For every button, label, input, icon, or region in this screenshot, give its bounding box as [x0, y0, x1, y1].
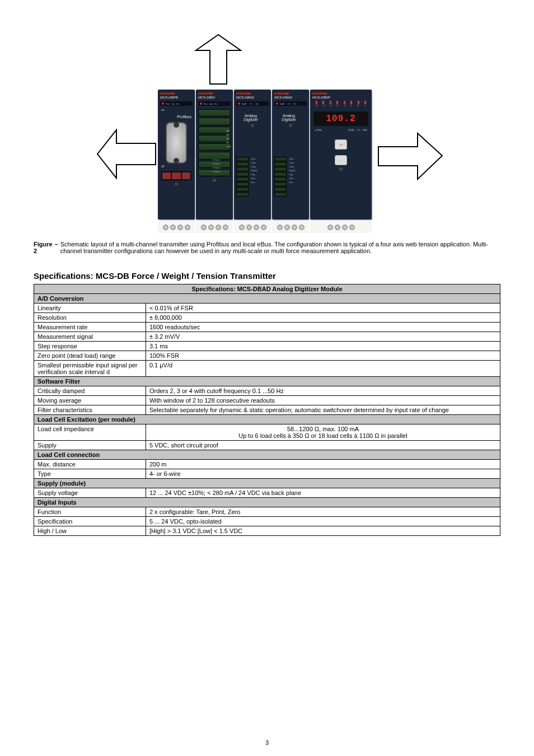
terminal-block: [274, 157, 287, 197]
page-number: 3: [0, 739, 534, 746]
module-rack: HAEHNE MCS-DBPB PwrLnkErr on Profibus of…: [158, 90, 372, 220]
table-row: Specification5 ... 24 VDC, opto-isolated: [34, 517, 500, 526]
section-title: Specifications: MCS-DB Force / Weight / …: [34, 271, 500, 281]
module-io: HAEHNE MCS-DBIO PwrLnkErr S Out 1S Out 2…: [196, 90, 233, 220]
brand-label: HAEHNE: [158, 90, 195, 95]
table-row: Linearity< 0.01% of FSR: [34, 304, 500, 313]
table-row: Measurement rate1600 readouts/sec: [34, 323, 500, 332]
module-analog-1: HAEHNE MCS-DBAD NoM→0←Err Analog Digitiz…: [234, 90, 271, 220]
brand-label: HAEHNE: [272, 90, 309, 95]
module-profibus: HAEHNE MCS-DBPB PwrLnkErr on Profibus of…: [158, 90, 195, 220]
brand-label: HAEHNE: [196, 90, 233, 95]
led-row: NoM→0←Err: [236, 101, 269, 106]
up-arrow-icon: [188, 34, 255, 87]
table-row: Supply5 VDC, short circuit proof: [34, 441, 500, 450]
terminal-block: [236, 157, 249, 197]
module-type-label: Profibus: [158, 115, 195, 119]
module-model: MCS-DBAD: [234, 95, 271, 99]
table-row: Resolution± 8,000,000: [34, 313, 500, 323]
table-row: Step response3.1 ms: [34, 342, 500, 351]
spec-table: Specifications: MCS-DBAD Analog Digitize…: [34, 284, 500, 536]
subheader-supply: Supply (module): [34, 479, 500, 488]
page: HAEHNE MCS-DBPB PwrLnkErr on Profibus of…: [0, 0, 534, 756]
table-row: Smallest permissible input signal per ve…: [34, 361, 500, 377]
table-row: Zero point (dead load) range100% FSR: [34, 351, 500, 361]
module-model: MCS-DBAD: [272, 95, 309, 99]
table-row: High / Low[High] > 3.1 VDC [Low] < 1.5 V…: [34, 526, 500, 536]
left-arrow-icon: [95, 123, 157, 185]
table-row: Measurement signal± 3.2 mV/V: [34, 332, 500, 342]
figure-caption: Figure 2 – Schematic layout of a multi-c…: [34, 241, 500, 254]
subheader-filter: Software Filter: [34, 377, 500, 386]
subheader-exc: Load Cell Excitation (per module): [34, 415, 500, 424]
right-arrow-icon: [377, 129, 444, 185]
module-analog-2: HAEHNE MCS-DBAD NoM→0←Err Analog Digitiz…: [272, 90, 309, 220]
brand-label: HAEHNE: [310, 90, 372, 95]
led-row: PwrLnkErr: [160, 101, 193, 106]
module-model: MCS-DBDP: [310, 95, 372, 99]
subheader-conn: Load Cell connection: [34, 450, 500, 460]
right-button[interactable]: ➔: [335, 139, 347, 150]
device-figure: HAEHNE MCS-DBPB PwrLnkErr on Profibus of…: [34, 34, 500, 235]
led-row: NoM→0←Err: [274, 101, 307, 106]
figure-dash: –: [55, 241, 58, 248]
table-row: Filter characteristicsSelectable separat…: [34, 405, 500, 415]
table-row: Moving averageWith window of 2 to 128 co…: [34, 396, 500, 405]
led-row: PwrLnkErr: [198, 101, 231, 106]
table-row: Load cell impedance58...1200 Ω, max. 100…: [34, 424, 500, 441]
module-model: MCS-DBPB: [158, 95, 195, 99]
db9-connector-icon: [166, 122, 187, 164]
subheader-ad: A/D Conversion: [34, 294, 500, 304]
module-display: HAEHNE MCS-DBDP 01234567 109.2 ● PwrNoM …: [310, 90, 372, 220]
table-row: Max. distance200 m: [34, 460, 500, 469]
brand-label: HAEHNE: [234, 90, 271, 95]
module-model: MCS-DBIO: [196, 95, 233, 99]
figure-caption-text: Schematic layout of a multi-channel tran…: [60, 241, 500, 254]
mounting-feet: [158, 222, 372, 233]
table-row: Supply voltage12 ... 24 VDC ±10%; < 280 …: [34, 488, 500, 498]
table-row: Function2 x configurable: Tare, Print, Z…: [34, 507, 500, 517]
left-button[interactable]: ←: [335, 155, 347, 165]
subheader-di: Digital Inputs: [34, 498, 500, 507]
seven-segment-display: 109.2: [313, 111, 368, 126]
table-row: Type4- or 6-wire: [34, 469, 500, 479]
table-header: Specifications: MCS-DBAD Analog Digitize…: [34, 284, 500, 294]
figure-label: Figure 2: [34, 241, 53, 254]
table-row: Critically dampedOrders 2, 3 or 4 with c…: [34, 386, 500, 396]
